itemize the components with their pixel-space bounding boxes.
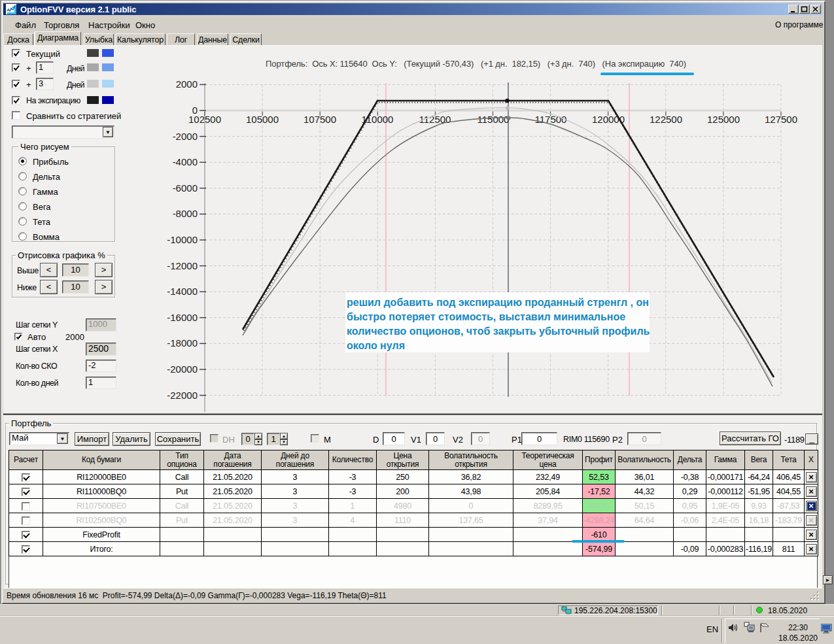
svg-text:102500: 102500	[188, 114, 221, 125]
svg-text:127500: 127500	[765, 114, 797, 125]
svg-text:105000: 105000	[246, 114, 279, 125]
svg-text:-12000: -12000	[167, 260, 198, 271]
svg-text:-10000: -10000	[167, 234, 198, 245]
svg-text:быстро потеряет стоимость, выс: быстро потеряет стоимость, выставил мини…	[347, 311, 625, 322]
svg-text:решил добавить под экспирацию: решил добавить под экспирацию проданный …	[347, 297, 649, 308]
svg-text:-22000: -22000	[167, 390, 198, 401]
svg-text:около нуля: около нуля	[347, 340, 405, 351]
svg-text:-16000: -16000	[167, 312, 198, 323]
svg-text:117500: 117500	[535, 114, 567, 125]
svg-text:-8000: -8000	[173, 208, 198, 219]
svg-text:107500: 107500	[304, 114, 336, 125]
svg-text:115000: 115000	[478, 114, 510, 125]
svg-text:количество опционов, чтоб зак: количество опционов, чтоб закрыть убыточ…	[347, 326, 650, 337]
svg-text:-4000: -4000	[173, 156, 198, 167]
svg-text:122500: 122500	[650, 114, 682, 125]
svg-text:125000: 125000	[707, 114, 740, 125]
svg-text:-6000: -6000	[173, 182, 198, 194]
svg-text:-2000: -2000	[173, 131, 198, 142]
svg-text:-14000: -14000	[167, 286, 198, 297]
svg-text:-18000: -18000	[167, 337, 198, 348]
svg-text:-20000: -20000	[167, 364, 198, 375]
svg-text:2000: 2000	[176, 78, 198, 90]
